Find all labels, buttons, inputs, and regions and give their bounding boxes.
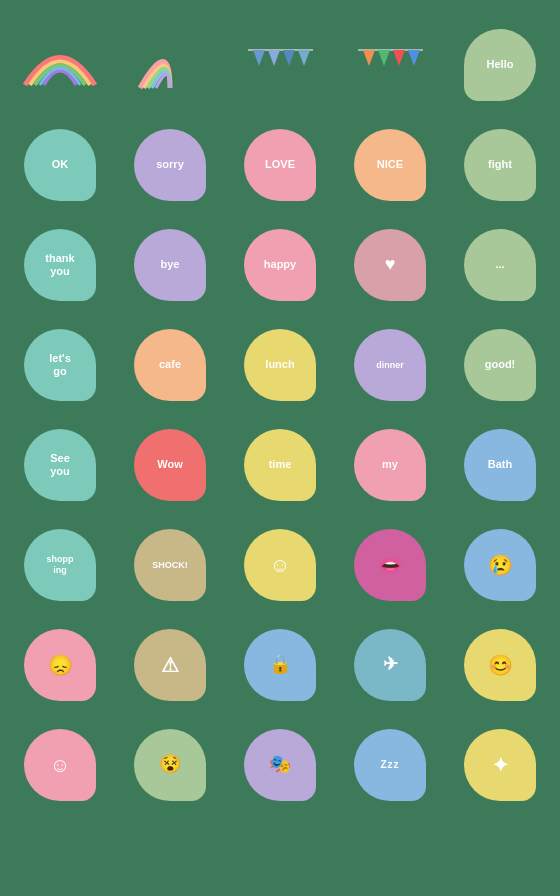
sticker-sleep[interactable]: Zzz (340, 720, 440, 810)
bubble-text: ✈ (383, 654, 398, 676)
bubble-text: cafe (159, 358, 181, 371)
bubble-text: Hello (487, 58, 514, 71)
bubble-text: my (382, 458, 398, 471)
bubble-text: 😢 (488, 553, 513, 577)
svg-marker-3 (283, 50, 295, 66)
bubble-text: 😊 (488, 653, 513, 677)
svg-marker-6 (363, 50, 375, 66)
bubble-text: fight (488, 158, 512, 171)
bubble-text: Zzz (380, 759, 399, 771)
bubble-text: ☺ (270, 553, 290, 577)
bubble-text: 🎭 (269, 754, 291, 776)
bubble-text: Seeyou (50, 452, 70, 478)
sticker-bath[interactable]: Bath (450, 420, 550, 510)
bubble-text: SHOCK! (152, 560, 188, 571)
sticker-sparkle[interactable]: ✦ (450, 720, 550, 810)
bubble-text: OK (52, 158, 69, 171)
sticker-smiley2[interactable]: ☺ (10, 720, 110, 810)
svg-marker-2 (268, 50, 280, 66)
bubble-text: LOVE (265, 158, 295, 171)
sticker-my[interactable]: my (340, 420, 440, 510)
sticker-cafe[interactable]: cafe (120, 320, 220, 410)
bubble-text: happy (264, 258, 296, 271)
bubble-text: dinner (376, 360, 404, 371)
bubble-text: good! (485, 358, 516, 371)
sticker-shopping[interactable]: shopping (10, 520, 110, 610)
sticker-fight[interactable]: fight (450, 120, 550, 210)
svg-marker-4 (298, 50, 310, 66)
sticker-heart[interactable]: ♥ (340, 220, 440, 310)
sticker-shock[interactable]: SHOCK! (120, 520, 220, 610)
sticker-seeyou[interactable]: Seeyou (10, 420, 110, 510)
bubble-text: let'sgo (49, 352, 71, 378)
sticker-dots[interactable]: ... (450, 220, 550, 310)
bubble-text: sorry (156, 158, 184, 171)
bubble-text: ✦ (492, 753, 509, 777)
sticker-wow[interactable]: Wow (120, 420, 220, 510)
sticker-smile[interactable]: ☺ (230, 520, 330, 610)
sticker-thankyou[interactable]: thankyou (10, 220, 110, 310)
bubble-text: bye (161, 258, 180, 271)
sticker-dizzy[interactable]: 😵 (120, 720, 220, 810)
bubble-text: ♥ (385, 254, 396, 276)
sticker-nice[interactable]: NICE (340, 120, 440, 210)
sticker-cry[interactable]: 😢 (450, 520, 550, 610)
bubble-text: thankyou (45, 252, 74, 278)
bubble-text: ... (495, 258, 504, 271)
sticker-bye[interactable]: bye (120, 220, 220, 310)
svg-marker-7 (378, 50, 390, 66)
sticker-dinner[interactable]: dinner (340, 320, 440, 410)
sticker-good[interactable]: good! (450, 320, 550, 410)
sticker-rainbow-half[interactable] (120, 20, 220, 110)
bubble-text: 😞 (48, 653, 73, 677)
svg-marker-8 (393, 50, 405, 66)
bubble-text: ☺ (50, 753, 70, 777)
bubble-text: 😵 (159, 754, 181, 776)
sticker-plane[interactable]: ✈ (340, 620, 440, 710)
sticker-grid: Hello OK sorry LOVE NICE fight thankyou (10, 20, 550, 810)
sticker-hello[interactable]: Hello (450, 20, 550, 110)
bubble-text: NICE (377, 158, 403, 171)
sticker-sad[interactable]: 😞 (10, 620, 110, 710)
bubble-text: lunch (265, 358, 294, 371)
sticker-happy[interactable]: happy (230, 220, 330, 310)
bubble-text: ⚠ (161, 653, 179, 677)
bubble-text: shopping (47, 554, 74, 576)
sticker-time[interactable]: time (230, 420, 330, 510)
sticker-lock[interactable]: 🔒 (230, 620, 330, 710)
bubble-text: Bath (488, 458, 512, 471)
sticker-warning[interactable]: ⚠ (120, 620, 220, 710)
sticker-lips[interactable]: 👄 (340, 520, 440, 610)
sticker-ok[interactable]: OK (10, 120, 110, 210)
bubble-text: time (269, 458, 292, 471)
bubble-text: 👄 (378, 553, 403, 577)
sticker-mask[interactable]: 🎭 (230, 720, 330, 810)
sticker-sorry[interactable]: sorry (120, 120, 220, 210)
sticker-flags-multi[interactable] (340, 20, 440, 110)
svg-marker-9 (408, 50, 420, 66)
sticker-lunch[interactable]: lunch (230, 320, 330, 410)
sticker-flags-blue[interactable] (230, 20, 330, 110)
sticker-love[interactable]: LOVE (230, 120, 330, 210)
bubble-text: 🔒 (269, 654, 291, 676)
sticker-happy2[interactable]: 😊 (450, 620, 550, 710)
bubble-text: Wow (157, 458, 182, 471)
sticker-rainbow-full[interactable] (10, 20, 110, 110)
svg-marker-1 (253, 50, 265, 66)
sticker-letsgo[interactable]: let'sgo (10, 320, 110, 410)
